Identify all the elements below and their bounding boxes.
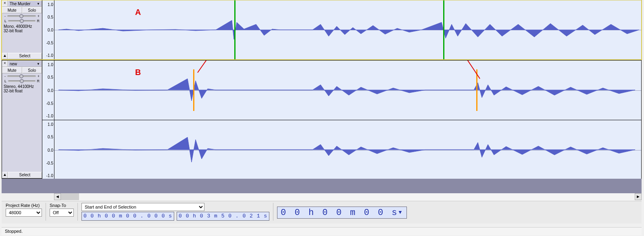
- vertical-ruler: 1.0 0.5 0.0 -0.5 -1.0: [42, 0, 54, 59]
- marker-green-2: [443, 0, 444, 59]
- horizontal-scrollbar[interactable]: ◄ ►: [2, 193, 642, 200]
- pan-slider[interactable]: L R: [2, 18, 42, 23]
- snap-to-label: Snap-To: [50, 203, 74, 208]
- track-name-label: new: [10, 62, 17, 66]
- waveform-svg: [54, 120, 641, 180]
- selection-mode-select[interactable]: Start and End of Selection: [81, 203, 204, 211]
- select-button[interactable]: Select: [8, 53, 42, 59]
- tracks-container: × The Murder ▼ Mute Solo - + L R: [2, 0, 642, 179]
- chevron-down-icon: ▼: [37, 62, 40, 66]
- waveform-area-left[interactable]: B: [54, 61, 641, 120]
- audio-position-field[interactable]: 0 0 h 0 0 m 0 0 s▼: [277, 207, 407, 219]
- vertical-ruler: 1.0 0.5 0.0 -0.5 -1.0: [42, 61, 54, 120]
- status-text: Stopped.: [5, 229, 23, 234]
- track-format-info: Stereo, 44100Hz 32-bit float: [2, 83, 42, 94]
- close-track-button[interactable]: ×: [2, 0, 8, 7]
- gain-slider[interactable]: - +: [2, 13, 42, 18]
- waveform-svg: [54, 61, 641, 120]
- collapse-button[interactable]: ▲: [2, 53, 8, 59]
- pan-thumb[interactable]: [20, 19, 24, 23]
- track-control-panel: × The Murder ▼ Mute Solo - + L R: [2, 0, 42, 59]
- marker-orange-2: [476, 69, 477, 111]
- track-control-panel: × new ▼ Mute Solo - + L R Stereo: [2, 61, 42, 178]
- track-new: × new ▼ Mute Solo - + L R Stereo: [2, 60, 642, 179]
- track-format-info: Mono, 48000Hz 32-bit float: [2, 23, 42, 34]
- waveform-area[interactable]: A: [54, 0, 641, 59]
- empty-track-area[interactable]: [2, 179, 642, 193]
- track-name-dropdown[interactable]: new ▼: [8, 61, 42, 67]
- vertical-ruler: 1.0 0.5 0.0 -0.5 -1.0: [42, 120, 54, 180]
- snap-to-select[interactable]: Off: [50, 209, 74, 217]
- chevron-down-icon: ▼: [37, 2, 40, 6]
- gain-thumb[interactable]: [19, 74, 23, 78]
- close-track-button[interactable]: ×: [2, 61, 8, 67]
- gain-thumb[interactable]: [19, 14, 23, 18]
- chevron-down-icon[interactable]: ▼: [399, 209, 404, 215]
- scroll-left-button[interactable]: ◄: [54, 193, 61, 200]
- waveform-area-right[interactable]: [54, 120, 641, 180]
- annotation-letter-B: B: [135, 68, 141, 77]
- collapse-button[interactable]: ▲: [2, 172, 8, 178]
- scrollbar-thumb[interactable]: [61, 193, 79, 200]
- track-the-murder: × The Murder ▼ Mute Solo - + L R: [2, 0, 642, 60]
- selection-end-field[interactable]: 0 0 h 0 3 m 5 0 . 0 2 1 s: [177, 212, 269, 221]
- waveform-svg: [54, 0, 641, 59]
- status-bar: Stopped.: [2, 227, 642, 235]
- select-button[interactable]: Select: [8, 172, 42, 178]
- mute-button[interactable]: Mute: [2, 67, 22, 73]
- pan-slider[interactable]: L R: [2, 78, 42, 83]
- solo-button[interactable]: Solo: [22, 7, 42, 13]
- pan-thumb[interactable]: [20, 79, 24, 83]
- marker-orange-1: [193, 69, 194, 111]
- project-rate-label: Project Rate (Hz): [6, 203, 42, 208]
- selection-toolbar: Project Rate (Hz) 48000 Snap-To Off Star…: [2, 201, 642, 223]
- mute-button[interactable]: Mute: [2, 7, 22, 13]
- selection-start-field[interactable]: 0 0 h 0 0 m 0 0 . 0 0 0 s: [81, 212, 174, 221]
- annotation-letter-A: A: [135, 8, 141, 17]
- track-name-label: The Murder: [10, 2, 31, 6]
- scroll-right-button[interactable]: ►: [635, 193, 642, 200]
- track-name-dropdown[interactable]: The Murder ▼: [8, 0, 42, 7]
- marker-green-1: [234, 0, 236, 59]
- gain-slider[interactable]: - +: [2, 73, 42, 78]
- project-rate-select[interactable]: 48000: [6, 209, 42, 217]
- solo-button[interactable]: Solo: [22, 67, 42, 73]
